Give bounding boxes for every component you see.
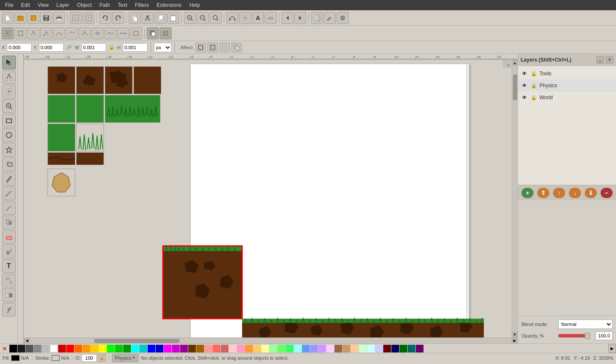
canvas-scroll[interactable]: ▲ ▼ 🔍 bbox=[24, 60, 518, 337]
raise-layer-button[interactable]: ↑ bbox=[553, 188, 565, 198]
color-light-gray[interactable] bbox=[42, 345, 50, 352]
tweak-tool[interactable] bbox=[2, 85, 16, 98]
affect-stroke-button[interactable] bbox=[207, 43, 218, 52]
color-light-brown[interactable] bbox=[196, 345, 204, 352]
lower-layer-button[interactable]: ↓ bbox=[569, 188, 581, 198]
color-gray[interactable] bbox=[34, 345, 41, 352]
scroll-left-arrow[interactable]: ◀ bbox=[24, 338, 30, 344]
color-hot-pink[interactable] bbox=[237, 345, 245, 352]
color-near-black[interactable] bbox=[18, 345, 25, 352]
menu-file[interactable]: File bbox=[2, 1, 17, 9]
asset-dirt-edge[interactable] bbox=[47, 152, 75, 165]
opacity-lock-icon[interactable]: 🔒 bbox=[98, 354, 106, 362]
layer-row-tools[interactable]: 👁 🔒 Tools bbox=[518, 68, 616, 80]
star-tool[interactable] bbox=[2, 143, 16, 157]
color-azure[interactable] bbox=[367, 345, 375, 352]
color-violet[interactable] bbox=[318, 345, 326, 352]
prev-button[interactable] bbox=[281, 12, 293, 24]
color-orange-red[interactable] bbox=[74, 345, 82, 352]
layer-row-physics[interactable]: 👁 🔒 Physics bbox=[518, 80, 616, 92]
affect-geo-button[interactable] bbox=[195, 43, 206, 52]
physics-mode-button[interactable]: Physics ▼ bbox=[112, 354, 139, 362]
layer-row-world[interactable]: 👁 🔒 World bbox=[518, 92, 616, 104]
new-button[interactable] bbox=[2, 12, 14, 24]
color-darker-green[interactable] bbox=[123, 345, 131, 352]
layer-lock-world[interactable]: 🔒 bbox=[530, 94, 538, 101]
zoom-fit-button[interactable]: 🔍 bbox=[503, 60, 511, 68]
color-dark-gray[interactable] bbox=[26, 345, 33, 352]
color-orange[interactable] bbox=[83, 345, 90, 352]
horizontal-scrollbar[interactable]: ◀ ▶ bbox=[24, 337, 518, 343]
color-purple[interactable] bbox=[172, 345, 180, 352]
color-lime[interactable] bbox=[278, 345, 285, 352]
undo-button[interactable] bbox=[99, 12, 111, 24]
color-tan[interactable] bbox=[335, 345, 342, 352]
affect-filter-button[interactable] bbox=[219, 43, 230, 52]
color-dark-blue[interactable] bbox=[156, 345, 163, 352]
menu-extensions[interactable]: Extensions bbox=[153, 1, 185, 9]
eraser-tool[interactable] bbox=[2, 230, 16, 244]
asset-dirt-edge2[interactable] bbox=[76, 152, 104, 165]
menu-text[interactable]: Text bbox=[114, 1, 130, 9]
color-forest[interactable] bbox=[400, 345, 407, 352]
xml-editor-button[interactable]: </> bbox=[265, 12, 277, 24]
asset-grass-block2[interactable] bbox=[76, 95, 104, 123]
object-opacity-input[interactable] bbox=[82, 354, 97, 362]
asset-grass-block[interactable] bbox=[47, 95, 75, 123]
fill-stroke-button[interactable] bbox=[147, 27, 159, 39]
symmetric-button[interactable] bbox=[92, 27, 104, 39]
scroll-right-arrow[interactable]: ▶ bbox=[512, 338, 518, 344]
color-dark-cyan[interactable] bbox=[139, 345, 147, 352]
color-yellow[interactable] bbox=[99, 345, 107, 352]
color-cyan[interactable] bbox=[131, 345, 139, 352]
asset-dirt4[interactable] bbox=[133, 66, 161, 94]
color-dark-red[interactable] bbox=[58, 345, 66, 352]
resize-button[interactable] bbox=[130, 27, 142, 39]
blend-mode-select[interactable]: Normal Multiply Screen Overlay bbox=[558, 320, 613, 329]
save-button[interactable] bbox=[40, 12, 52, 24]
next-button[interactable] bbox=[294, 12, 306, 24]
pattern-button[interactable] bbox=[160, 27, 172, 39]
pen-tool[interactable] bbox=[2, 186, 16, 200]
color-wheat[interactable] bbox=[351, 345, 358, 352]
no-color-button[interactable]: ✕ bbox=[0, 344, 9, 353]
color-yellow-orange[interactable] bbox=[91, 345, 98, 352]
menu-help[interactable]: Help bbox=[186, 1, 204, 9]
menu-layer[interactable]: Layer bbox=[53, 1, 73, 9]
selector-tool[interactable] bbox=[2, 56, 16, 69]
export-button[interactable]: ↑ bbox=[83, 12, 95, 24]
asset-rock[interactable] bbox=[47, 169, 75, 196]
color-pink[interactable] bbox=[213, 345, 220, 352]
save-remote-button[interactable]: ↓ bbox=[27, 12, 39, 24]
color-light-cyan[interactable] bbox=[294, 345, 302, 352]
color-cornflower[interactable] bbox=[302, 345, 310, 352]
add-layer-button[interactable]: + bbox=[521, 188, 533, 198]
asset-dirt2[interactable] bbox=[76, 66, 104, 94]
unit-select[interactable]: pxmmcmin bbox=[154, 43, 172, 52]
color-spring-green[interactable] bbox=[286, 345, 293, 352]
color-ghost-white[interactable] bbox=[375, 345, 383, 352]
color-dark-green[interactable] bbox=[115, 345, 123, 352]
asset-dirt-stone[interactable] bbox=[47, 66, 75, 94]
color-pale-purple[interactable] bbox=[326, 345, 334, 352]
spray-tool[interactable] bbox=[2, 245, 16, 258]
pencil-tool[interactable] bbox=[2, 172, 16, 186]
layer-visibility-world[interactable]: 👁 bbox=[521, 94, 528, 101]
color-maroon[interactable] bbox=[383, 345, 391, 352]
asset-grass-texture[interactable] bbox=[105, 95, 160, 123]
settings-button[interactable] bbox=[337, 12, 349, 24]
color-red[interactable] bbox=[66, 345, 74, 352]
delete-layer-button[interactable]: − bbox=[601, 188, 613, 198]
color-amber[interactable] bbox=[245, 345, 253, 352]
color-brown[interactable] bbox=[188, 345, 196, 352]
color-teal[interactable] bbox=[408, 345, 415, 352]
color-green[interactable] bbox=[107, 345, 115, 352]
circle-tool[interactable] bbox=[2, 128, 16, 142]
zoom-out-button[interactable] bbox=[197, 12, 209, 24]
connector-tool[interactable] bbox=[2, 274, 16, 287]
menu-edit[interactable]: Edit bbox=[18, 1, 33, 9]
h-input[interactable]: 0.001 bbox=[123, 43, 148, 52]
scroll-up-arrow[interactable]: ▲ bbox=[512, 60, 518, 66]
layer-lock-physics[interactable]: 🔒 bbox=[530, 82, 538, 89]
rect-tool[interactable] bbox=[2, 114, 16, 127]
